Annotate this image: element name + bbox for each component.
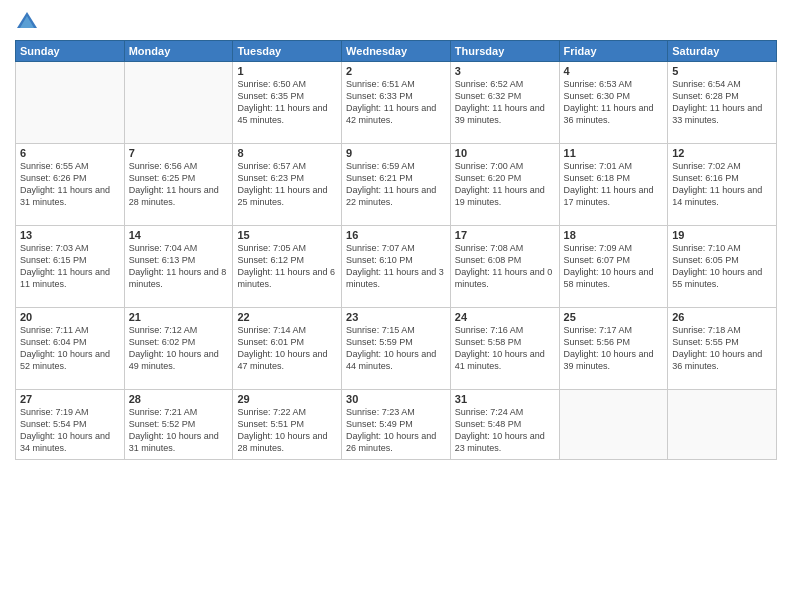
day-number: 14: [129, 229, 229, 241]
calendar-day-cell: 4Sunrise: 6:53 AM Sunset: 6:30 PM Daylig…: [559, 62, 668, 144]
day-info: Sunrise: 6:52 AM Sunset: 6:32 PM Dayligh…: [455, 78, 555, 127]
day-number: 25: [564, 311, 664, 323]
day-info: Sunrise: 7:09 AM Sunset: 6:07 PM Dayligh…: [564, 242, 664, 291]
day-number: 1: [237, 65, 337, 77]
day-number: 21: [129, 311, 229, 323]
calendar-day-cell: 16Sunrise: 7:07 AM Sunset: 6:10 PM Dayli…: [342, 226, 451, 308]
calendar-day-cell: [16, 62, 125, 144]
calendar-day-cell: 17Sunrise: 7:08 AM Sunset: 6:08 PM Dayli…: [450, 226, 559, 308]
day-info: Sunrise: 7:10 AM Sunset: 6:05 PM Dayligh…: [672, 242, 772, 291]
day-info: Sunrise: 7:05 AM Sunset: 6:12 PM Dayligh…: [237, 242, 337, 291]
day-number: 2: [346, 65, 446, 77]
calendar-day-cell: 26Sunrise: 7:18 AM Sunset: 5:55 PM Dayli…: [668, 308, 777, 390]
day-info: Sunrise: 7:07 AM Sunset: 6:10 PM Dayligh…: [346, 242, 446, 291]
weekday-header: Thursday: [450, 41, 559, 62]
day-number: 22: [237, 311, 337, 323]
day-number: 17: [455, 229, 555, 241]
calendar-day-cell: 11Sunrise: 7:01 AM Sunset: 6:18 PM Dayli…: [559, 144, 668, 226]
day-info: Sunrise: 7:24 AM Sunset: 5:48 PM Dayligh…: [455, 406, 555, 455]
page: SundayMondayTuesdayWednesdayThursdayFrid…: [0, 0, 792, 612]
day-number: 27: [20, 393, 120, 405]
day-info: Sunrise: 6:55 AM Sunset: 6:26 PM Dayligh…: [20, 160, 120, 209]
calendar-day-cell: 22Sunrise: 7:14 AM Sunset: 6:01 PM Dayli…: [233, 308, 342, 390]
day-info: Sunrise: 7:15 AM Sunset: 5:59 PM Dayligh…: [346, 324, 446, 373]
calendar-day-cell: 15Sunrise: 7:05 AM Sunset: 6:12 PM Dayli…: [233, 226, 342, 308]
logo-icon: [15, 10, 39, 34]
weekday-header: Monday: [124, 41, 233, 62]
calendar-day-cell: 14Sunrise: 7:04 AM Sunset: 6:13 PM Dayli…: [124, 226, 233, 308]
calendar-day-cell: [559, 390, 668, 460]
calendar-day-cell: 29Sunrise: 7:22 AM Sunset: 5:51 PM Dayli…: [233, 390, 342, 460]
calendar-header-row: SundayMondayTuesdayWednesdayThursdayFrid…: [16, 41, 777, 62]
day-info: Sunrise: 7:21 AM Sunset: 5:52 PM Dayligh…: [129, 406, 229, 455]
day-number: 9: [346, 147, 446, 159]
calendar-day-cell: 27Sunrise: 7:19 AM Sunset: 5:54 PM Dayli…: [16, 390, 125, 460]
day-info: Sunrise: 6:54 AM Sunset: 6:28 PM Dayligh…: [672, 78, 772, 127]
day-info: Sunrise: 6:51 AM Sunset: 6:33 PM Dayligh…: [346, 78, 446, 127]
day-info: Sunrise: 7:03 AM Sunset: 6:15 PM Dayligh…: [20, 242, 120, 291]
day-number: 5: [672, 65, 772, 77]
day-info: Sunrise: 7:22 AM Sunset: 5:51 PM Dayligh…: [237, 406, 337, 455]
day-number: 23: [346, 311, 446, 323]
day-number: 28: [129, 393, 229, 405]
weekday-header: Wednesday: [342, 41, 451, 62]
day-number: 19: [672, 229, 772, 241]
day-info: Sunrise: 7:14 AM Sunset: 6:01 PM Dayligh…: [237, 324, 337, 373]
day-info: Sunrise: 7:11 AM Sunset: 6:04 PM Dayligh…: [20, 324, 120, 373]
day-number: 29: [237, 393, 337, 405]
calendar-day-cell: 24Sunrise: 7:16 AM Sunset: 5:58 PM Dayli…: [450, 308, 559, 390]
calendar-day-cell: 12Sunrise: 7:02 AM Sunset: 6:16 PM Dayli…: [668, 144, 777, 226]
day-info: Sunrise: 7:02 AM Sunset: 6:16 PM Dayligh…: [672, 160, 772, 209]
calendar-day-cell: 21Sunrise: 7:12 AM Sunset: 6:02 PM Dayli…: [124, 308, 233, 390]
day-number: 24: [455, 311, 555, 323]
day-number: 30: [346, 393, 446, 405]
day-info: Sunrise: 7:23 AM Sunset: 5:49 PM Dayligh…: [346, 406, 446, 455]
calendar-week-row: 6Sunrise: 6:55 AM Sunset: 6:26 PM Daylig…: [16, 144, 777, 226]
calendar-day-cell: 7Sunrise: 6:56 AM Sunset: 6:25 PM Daylig…: [124, 144, 233, 226]
calendar-day-cell: 9Sunrise: 6:59 AM Sunset: 6:21 PM Daylig…: [342, 144, 451, 226]
day-info: Sunrise: 7:12 AM Sunset: 6:02 PM Dayligh…: [129, 324, 229, 373]
calendar-day-cell: 5Sunrise: 6:54 AM Sunset: 6:28 PM Daylig…: [668, 62, 777, 144]
day-number: 13: [20, 229, 120, 241]
day-number: 4: [564, 65, 664, 77]
calendar-week-row: 27Sunrise: 7:19 AM Sunset: 5:54 PM Dayli…: [16, 390, 777, 460]
calendar-day-cell: 1Sunrise: 6:50 AM Sunset: 6:35 PM Daylig…: [233, 62, 342, 144]
day-info: Sunrise: 6:50 AM Sunset: 6:35 PM Dayligh…: [237, 78, 337, 127]
day-number: 16: [346, 229, 446, 241]
day-number: 8: [237, 147, 337, 159]
calendar-day-cell: 10Sunrise: 7:00 AM Sunset: 6:20 PM Dayli…: [450, 144, 559, 226]
header: [15, 10, 777, 34]
logo: [15, 10, 43, 34]
calendar-day-cell: 20Sunrise: 7:11 AM Sunset: 6:04 PM Dayli…: [16, 308, 125, 390]
day-number: 26: [672, 311, 772, 323]
calendar-day-cell: 2Sunrise: 6:51 AM Sunset: 6:33 PM Daylig…: [342, 62, 451, 144]
day-number: 3: [455, 65, 555, 77]
day-number: 15: [237, 229, 337, 241]
weekday-header: Tuesday: [233, 41, 342, 62]
weekday-header: Saturday: [668, 41, 777, 62]
calendar-week-row: 13Sunrise: 7:03 AM Sunset: 6:15 PM Dayli…: [16, 226, 777, 308]
calendar-table: SundayMondayTuesdayWednesdayThursdayFrid…: [15, 40, 777, 460]
day-number: 7: [129, 147, 229, 159]
calendar-day-cell: 19Sunrise: 7:10 AM Sunset: 6:05 PM Dayli…: [668, 226, 777, 308]
calendar-day-cell: [124, 62, 233, 144]
day-info: Sunrise: 7:04 AM Sunset: 6:13 PM Dayligh…: [129, 242, 229, 291]
calendar-day-cell: 6Sunrise: 6:55 AM Sunset: 6:26 PM Daylig…: [16, 144, 125, 226]
calendar-day-cell: 30Sunrise: 7:23 AM Sunset: 5:49 PM Dayli…: [342, 390, 451, 460]
day-info: Sunrise: 7:18 AM Sunset: 5:55 PM Dayligh…: [672, 324, 772, 373]
calendar-week-row: 20Sunrise: 7:11 AM Sunset: 6:04 PM Dayli…: [16, 308, 777, 390]
day-info: Sunrise: 7:16 AM Sunset: 5:58 PM Dayligh…: [455, 324, 555, 373]
calendar-day-cell: 8Sunrise: 6:57 AM Sunset: 6:23 PM Daylig…: [233, 144, 342, 226]
day-number: 6: [20, 147, 120, 159]
weekday-header: Friday: [559, 41, 668, 62]
calendar-day-cell: 3Sunrise: 6:52 AM Sunset: 6:32 PM Daylig…: [450, 62, 559, 144]
day-info: Sunrise: 6:56 AM Sunset: 6:25 PM Dayligh…: [129, 160, 229, 209]
calendar-week-row: 1Sunrise: 6:50 AM Sunset: 6:35 PM Daylig…: [16, 62, 777, 144]
day-number: 11: [564, 147, 664, 159]
weekday-header: Sunday: [16, 41, 125, 62]
day-number: 20: [20, 311, 120, 323]
day-info: Sunrise: 7:00 AM Sunset: 6:20 PM Dayligh…: [455, 160, 555, 209]
day-info: Sunrise: 7:17 AM Sunset: 5:56 PM Dayligh…: [564, 324, 664, 373]
day-info: Sunrise: 6:53 AM Sunset: 6:30 PM Dayligh…: [564, 78, 664, 127]
day-number: 31: [455, 393, 555, 405]
